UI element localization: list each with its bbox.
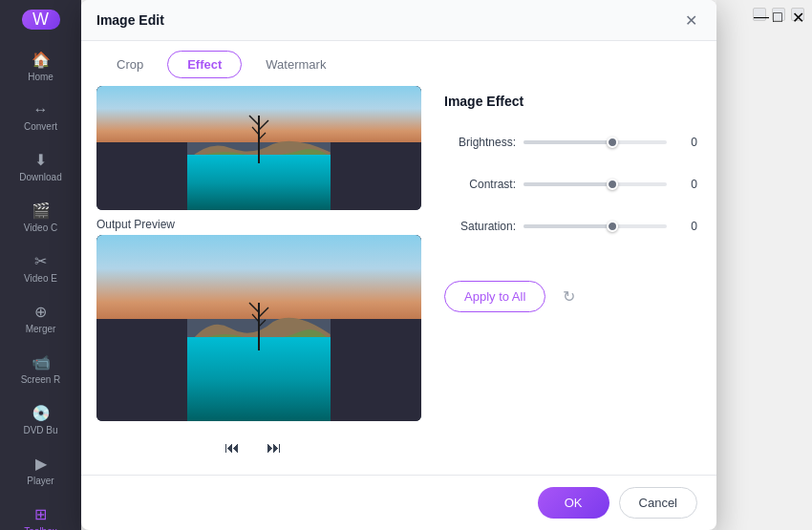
sidebar: W 🏠 Home ↔ Convert ⬇ Download 🎬 Video C … [0, 0, 81, 530]
contrast-slider[interactable] [524, 182, 667, 186]
tab-watermark[interactable]: Watermark [246, 51, 346, 78]
contrast-fill [524, 182, 612, 186]
output-preview-label: Output Preview [96, 218, 410, 231]
dvdbu-icon: 💿 [32, 404, 51, 422]
sidebar-label-videoe: Video E [24, 273, 57, 284]
brightness-fill [524, 140, 612, 144]
sidebar-item-screenr[interactable]: 📹 Screen R [5, 346, 76, 392]
sidebar-item-videoc[interactable]: 🎬 Video C [5, 194, 76, 241]
image-edit-dialog: Image Edit ✕ Crop Effect Watermark [81, 0, 716, 530]
saturation-row: Saturation: 0 [444, 220, 697, 233]
svg-line-4 [259, 133, 266, 139]
screenr-icon: 📹 [32, 353, 51, 371]
svg-line-3 [252, 127, 259, 135]
original-preview [96, 86, 421, 210]
dialog-body: Output Preview [81, 78, 716, 475]
dialog-tabs: Crop Effect Watermark [81, 41, 716, 78]
original-video-frame [96, 86, 421, 210]
brightness-thumb[interactable] [607, 137, 618, 148]
minimize-button[interactable]: — [753, 8, 766, 21]
app-logo: W [22, 10, 60, 30]
settings-panel: Image Effect Brightness: 0 Contrast: 0 [425, 78, 716, 475]
sidebar-item-dvdbu[interactable]: 💿 DVD Bu [5, 396, 76, 443]
sidebar-label-dvdbu: DVD Bu [23, 425, 57, 435]
convert-icon: ↔ [33, 101, 49, 118]
saturation-thumb[interactable] [607, 221, 618, 232]
window-controls: — □ ✕ [716, 0, 812, 29]
sidebar-label-videoc: Video C [24, 223, 57, 233]
svg-line-7 [259, 307, 268, 317]
brightness-row: Brightness: 0 [444, 136, 697, 149]
brightness-value: 0 [674, 136, 697, 149]
sidebar-item-player[interactable]: ▶ Player [5, 447, 76, 494]
cancel-button[interactable]: Cancel [619, 487, 697, 519]
sidebar-label-download: Download [19, 172, 61, 182]
tab-effect[interactable]: Effect [167, 51, 242, 78]
contrast-value: 0 [674, 178, 697, 191]
dialog-title: Image Edit [96, 12, 164, 28]
home-icon: 🏠 [32, 51, 51, 69]
sidebar-item-convert[interactable]: ↔ Convert [5, 94, 76, 139]
sidebar-label-player: Player [27, 476, 53, 486]
svg-line-2 [259, 120, 268, 130]
brightness-label: Brightness: [444, 136, 516, 149]
svg-line-6 [249, 303, 259, 312]
dialog-titlebar: Image Edit ✕ [81, 0, 716, 41]
apply-to-all-button[interactable]: Apply to All [444, 281, 545, 312]
sidebar-item-toolbox[interactable]: ⊞ Toolbox [5, 498, 76, 530]
svg-line-1 [249, 116, 259, 125]
output-preview-section: Output Preview [96, 218, 410, 421]
next-icon: ⏭ [267, 439, 282, 456]
saturation-slider[interactable] [524, 224, 667, 228]
contrast-thumb[interactable] [607, 179, 618, 190]
toolbox-icon: ⊞ [34, 505, 47, 523]
saturation-fill [524, 224, 612, 228]
brightness-slider[interactable] [524, 140, 667, 144]
merger-icon: ⊕ [34, 303, 47, 321]
playback-controls: ⏮ ⏭ [96, 429, 410, 467]
dialog-close-button[interactable]: ✕ [680, 10, 701, 31]
sidebar-item-home[interactable]: 🏠 Home [5, 43, 76, 90]
saturation-value: 0 [674, 220, 697, 233]
output-video-frame [96, 235, 421, 421]
apply-row: Apply to All ↻ [444, 281, 697, 312]
player-icon: ▶ [35, 455, 47, 473]
videoc-icon: 🎬 [32, 201, 51, 220]
videoe-icon: ✂ [34, 252, 47, 270]
sidebar-label-toolbox: Toolbox [24, 526, 56, 530]
effect-section-title: Image Effect [444, 94, 697, 109]
refresh-icon: ↻ [563, 287, 575, 306]
maximize-button[interactable]: □ [772, 8, 785, 21]
download-icon: ⬇ [34, 151, 47, 169]
dialog-footer: OK Cancel [81, 475, 716, 530]
prev-icon: ⏮ [224, 439, 240, 456]
background-window: — □ ✕ [716, 0, 812, 530]
sidebar-label-convert: Convert [24, 121, 57, 132]
preview-panel: Output Preview [81, 78, 425, 475]
contrast-label: Contrast: [444, 178, 516, 191]
sidebar-item-videoe[interactable]: ✂ Video E [5, 244, 76, 291]
ok-button[interactable]: OK [538, 487, 609, 519]
output-tree [245, 293, 273, 350]
sidebar-item-merger[interactable]: ⊕ Merger [5, 295, 76, 342]
refresh-button[interactable]: ↻ [555, 284, 582, 310]
tab-crop[interactable]: Crop [96, 51, 163, 78]
sidebar-label-merger: Merger [26, 324, 56, 334]
sidebar-label-screenr: Screen R [21, 374, 61, 385]
prev-frame-button[interactable]: ⏮ [219, 435, 246, 461]
close-window-button[interactable]: ✕ [791, 8, 804, 21]
tree-silhouette [245, 106, 273, 163]
svg-line-9 [259, 320, 266, 327]
next-frame-button[interactable]: ⏭ [261, 435, 288, 461]
contrast-row: Contrast: 0 [444, 178, 697, 191]
saturation-label: Saturation: [444, 220, 516, 233]
sidebar-label-home: Home [28, 72, 53, 82]
svg-line-8 [252, 314, 259, 322]
output-preview [96, 235, 421, 421]
sidebar-item-download[interactable]: ⬇ Download [5, 143, 76, 190]
